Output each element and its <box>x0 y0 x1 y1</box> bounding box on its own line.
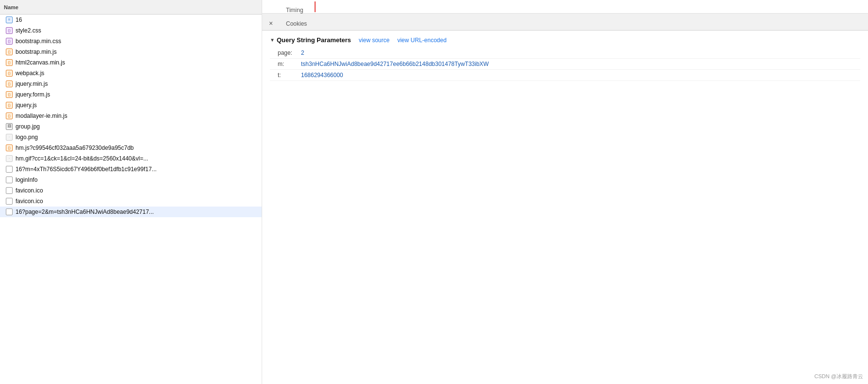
section-title-text: Query String Parameters <box>277 36 351 44</box>
right-panel: × HeadersPayloadPreviewResponseInitiator… <box>262 0 868 384</box>
content-area: ▼ Query String Parameters view source vi… <box>262 31 868 384</box>
view-source-link[interactable]: view source <box>359 37 389 44</box>
file-icon-js: {} <box>6 102 13 109</box>
main-layout: Name ≡16{}style2.css{}bootstrap.min.css{… <box>0 0 868 384</box>
file-item[interactable]: {}jquery.js <box>0 100 262 111</box>
file-name: favicon.ico <box>16 198 43 205</box>
file-item[interactable]: {}html2canvas.min.js <box>0 57 262 68</box>
file-icon-square <box>6 176 13 183</box>
file-icon-square <box>6 208 13 215</box>
file-icon-js: {} <box>6 59 13 66</box>
file-name: logo.png <box>16 134 38 141</box>
file-icon-doc: ≡ <box>6 16 13 23</box>
param-row: m: tsh3nHCa6HNJwiAd8beae9d42717ee6b66b21… <box>270 59 860 70</box>
param-key: page: <box>278 49 297 56</box>
param-row: page: 2 <box>270 48 860 59</box>
file-item[interactable]: loginInfo <box>0 175 262 185</box>
left-panel: Name ≡16{}style2.css{}bootstrap.min.css{… <box>0 0 262 384</box>
file-item[interactable]: ·hm.gif?cc=1&ck=1&cl=24-bit&ds=2560x1440… <box>0 153 262 164</box>
file-icon-js: {} <box>6 91 13 98</box>
file-name: favicon.ico <box>16 187 43 194</box>
top-indicator <box>262 0 868 14</box>
file-name: bootstrap.min.css <box>16 38 61 45</box>
file-name: bootstrap.min.js <box>16 48 57 55</box>
file-item[interactable]: {}jquery.min.js <box>0 79 262 89</box>
file-item[interactable]: {}bootstrap.min.js <box>0 47 262 57</box>
tabs-bar: × HeadersPayloadPreviewResponseInitiator… <box>262 14 868 31</box>
tab-cookies[interactable]: Cookies <box>280 16 318 30</box>
file-item[interactable]: ≡16 <box>0 15 262 25</box>
panel-header: Name <box>0 0 262 15</box>
file-name: 16 <box>16 16 22 23</box>
file-item[interactable]: {}modallayer-ie.min.js <box>0 111 262 121</box>
view-url-encoded-link[interactable]: view URL-encoded <box>397 37 446 44</box>
tabs-container: HeadersPayloadPreviewResponseInitiatorTi… <box>280 0 319 30</box>
file-icon-css: {} <box>6 27 13 34</box>
param-value: 1686294366000 <box>301 72 343 79</box>
file-icon-js: {} <box>6 80 13 87</box>
file-name: 16?page=2&m=tsh3nHCa6HNJwiAd8beae9d42717… <box>16 208 154 215</box>
section-title: ▼ Query String Parameters <box>270 36 351 44</box>
param-key: t: <box>278 72 297 79</box>
file-icon-js: {} <box>6 112 13 119</box>
file-list: ≡16{}style2.css{}bootstrap.min.css{}boot… <box>0 15 262 384</box>
file-item[interactable]: {}webpack.js <box>0 68 262 79</box>
file-item[interactable]: 16?m=4xTh76S5icdc67Y496b6f0bef1dfb1c91e9… <box>0 164 262 175</box>
file-name: 16?m=4xTh76S5icdc67Y496b6f0bef1dfb1c91e9… <box>16 166 157 173</box>
close-panel-button[interactable]: × <box>264 16 278 30</box>
file-item[interactable]: 16?page=2&m=tsh3nHCa6HNJwiAd8beae9d42717… <box>0 207 262 217</box>
file-icon-img_dot: · <box>6 134 13 141</box>
panel-header-title: Name <box>4 4 18 10</box>
file-item[interactable]: {}bootstrap.min.css <box>0 36 262 47</box>
file-item[interactable]: ·logo.png <box>0 132 262 143</box>
file-name: webpack.js <box>16 70 44 77</box>
file-item[interactable]: favicon.ico <box>0 185 262 196</box>
collapse-icon[interactable]: ▼ <box>270 37 275 43</box>
file-name: group.jpg <box>16 123 40 130</box>
file-name: modallayer-ie.min.js <box>16 112 67 119</box>
file-icon-js: {} <box>6 144 13 151</box>
file-icon-square <box>6 187 13 194</box>
param-value: 2 <box>301 49 304 56</box>
file-name: jquery.js <box>16 102 37 109</box>
file-name: style2.css <box>16 27 41 34</box>
file-icon-js: {} <box>6 48 13 55</box>
file-item[interactable]: 🖼group.jpg <box>0 121 262 132</box>
param-value: tsh3nHCa6HNJwiAd8beae9d42717ee6b66b2148d… <box>301 61 489 67</box>
red-line-indicator <box>315 1 316 12</box>
file-item[interactable]: {}style2.css <box>0 25 262 36</box>
file-icon-js: {} <box>6 70 13 77</box>
params-container: page: 2m: tsh3nHCa6HNJwiAd8beae9d42717ee… <box>270 48 860 81</box>
file-icon-square <box>6 198 13 205</box>
file-icon-css: {} <box>6 38 13 45</box>
file-name: html2canvas.min.js <box>16 59 65 66</box>
tab-timing[interactable]: Timing <box>280 3 318 16</box>
file-icon-square <box>6 166 13 173</box>
file-name: hm.js?c99546cf032aaa5a679230de9a95c7db <box>16 144 134 151</box>
file-icon-img_dot: · <box>6 155 13 162</box>
file-item[interactable]: favicon.ico <box>0 196 262 207</box>
param-key: m: <box>278 61 297 67</box>
file-name: hm.gif?cc=1&ck=1&cl=24-bit&ds=2560x1440&… <box>16 155 148 162</box>
file-name: loginInfo <box>16 176 37 183</box>
file-icon-img: 🖼 <box>6 123 13 130</box>
file-name: jquery.form.js <box>16 91 50 98</box>
file-item[interactable]: {}jquery.form.js <box>0 89 262 100</box>
param-row: t: 1686294366000 <box>270 70 860 81</box>
file-item[interactable]: {}hm.js?c99546cf032aaa5a679230de9a95c7db <box>0 143 262 153</box>
query-section-header: ▼ Query String Parameters view source vi… <box>270 36 860 44</box>
file-name: jquery.min.js <box>16 80 48 87</box>
